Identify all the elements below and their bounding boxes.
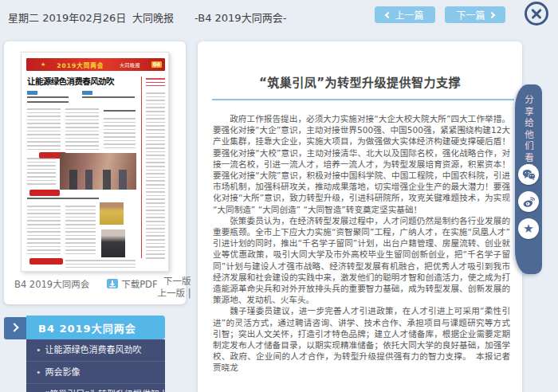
thumb-stamp-badge bbox=[29, 190, 60, 196]
download-pdf-link[interactable]: 下载PDF bbox=[107, 277, 157, 290]
title-divider bbox=[212, 99, 514, 100]
thumbnail-column-divider bbox=[141, 76, 142, 258]
wechat-icon bbox=[522, 169, 536, 181]
thumb-text-block bbox=[65, 108, 99, 150]
thumb-stamp-badge bbox=[29, 258, 63, 265]
thumb-text-block bbox=[27, 158, 56, 185]
thumb-text-block bbox=[65, 206, 96, 255]
weibo-icon bbox=[522, 195, 536, 208]
thumb-subhead-tag bbox=[27, 91, 37, 95]
thumb-text-block bbox=[104, 118, 136, 150]
thumb-subhead bbox=[82, 96, 135, 100]
next-edition-link[interactable]: 下一版 bbox=[163, 276, 191, 287]
prev-edition-link[interactable]: 上一版 | bbox=[158, 288, 191, 299]
article-card: “筑巢引凤”为转型升级提供智力支撑 政府工作报告提出，必须大力实施对接“大企大校… bbox=[198, 41, 522, 392]
article-paragraph: 政府工作报告提出，必须大力实施对接“大企大校大院大所”四大工作举措。要强化对接“… bbox=[213, 113, 510, 215]
thumb-subhead bbox=[27, 198, 99, 202]
close-icon[interactable] bbox=[525, 2, 548, 25]
thumb-subhead bbox=[27, 96, 69, 104]
wechat-share-button[interactable] bbox=[518, 164, 539, 185]
article-nav-list: • 让能源绿色消费春风劲吹 • 两会影像 • “筑巢引凤”为转型升级提供智力支撑 bbox=[26, 339, 165, 392]
thumb-subhead-tag bbox=[82, 91, 92, 95]
chevron-right-icon bbox=[488, 11, 494, 18]
bullet-icon: • bbox=[36, 367, 41, 378]
chevron-right-icon bbox=[10, 323, 18, 331]
thumb-text-block bbox=[27, 206, 61, 255]
qzone-star-icon: ★ bbox=[523, 223, 533, 235]
thumb-right-heading bbox=[146, 78, 165, 86]
preview-footer: B4 2019大同两会 下载PDF 下一版 上一版 | bbox=[14, 276, 177, 300]
thumb-subhead bbox=[104, 110, 136, 114]
thumbnail-headline: 让能源绿色消费春风劲吹 bbox=[27, 75, 140, 87]
nav-item-article-2[interactable]: • 两会影像 bbox=[26, 362, 165, 384]
nav-collapse-toggle[interactable] bbox=[4, 317, 28, 339]
previous-article-button[interactable]: 上一篇 bbox=[375, 6, 435, 23]
thumb-text-block bbox=[65, 260, 136, 268]
thumb-meeting-photo bbox=[60, 153, 136, 190]
thumb-portrait-photo bbox=[100, 202, 124, 225]
thumb-portrait-photo bbox=[101, 229, 125, 257]
nav-item-article-1[interactable]: • 让能源绿色消费春风劲吹 bbox=[26, 339, 165, 362]
date-label: 星期二 2019年02月26日 bbox=[8, 10, 126, 25]
thumb-text-block bbox=[146, 92, 165, 260]
edition-links: 下一版 上一版 | bbox=[158, 276, 191, 300]
thumb-text-block bbox=[27, 108, 61, 150]
weibo-share-button[interactable] bbox=[518, 191, 539, 212]
article-body: 政府工作报告提出，必须大力实施对接“大企大校大院大所”四大工作举措。要强化对接“… bbox=[213, 113, 510, 374]
download-icon bbox=[107, 279, 118, 288]
newspaper-name: 大同晚报 bbox=[132, 10, 174, 25]
top-bar: 星期二 2019年02月26日 大同晚报 -B4 2019大同两会- 上一篇 下… bbox=[0, 0, 558, 37]
share-ribbon[interactable]: 分享给他们看看 ★ bbox=[515, 84, 542, 274]
thumbnail-banner: ★ 2019大同两会 大同晚报 04 bbox=[26, 58, 165, 71]
page-preview-card: ★ 2019大同两会 大同晚报 04 让能源绿色消费春风劲吹 B4 2019大同… bbox=[4, 41, 186, 304]
next-article-button[interactable]: 下一篇 bbox=[445, 6, 505, 23]
thumbnail-masthead: 大同晚报 bbox=[120, 61, 140, 69]
nav-section-header: B4 2019大同两会 bbox=[26, 316, 165, 339]
thumbnail-page-number: 04 bbox=[151, 61, 162, 68]
section-breadcrumb: -B4 2019大同两会- bbox=[195, 10, 286, 25]
qzone-share-button[interactable]: ★ bbox=[518, 218, 539, 239]
article-paragraph: 魏子瑾委员建议，进一步完善人才引进政策，在人才引进上可采用“柔性引进”的灵活方式… bbox=[213, 305, 510, 373]
article-paragraph: 张策委员认为，在经济转型发展过程中，人才问题仍然是制约各行业发展的重要瓶颈。全市… bbox=[213, 215, 510, 306]
article-title: “筑巢引凤”为转型升级提供智力支撑 bbox=[198, 73, 522, 90]
newspaper-page-thumbnail[interactable]: ★ 2019大同两会 大同晚报 04 让能源绿色消费春风劲吹 bbox=[21, 52, 169, 272]
star-icon: ★ bbox=[41, 61, 45, 68]
chevron-left-icon bbox=[385, 11, 391, 18]
nav-item-article-3[interactable]: • “筑巢引凤”为转型升级提供智力支撑 bbox=[26, 384, 165, 392]
page-label: B4 2019大同两会 bbox=[14, 277, 89, 290]
bullet-icon: • bbox=[36, 345, 41, 355]
